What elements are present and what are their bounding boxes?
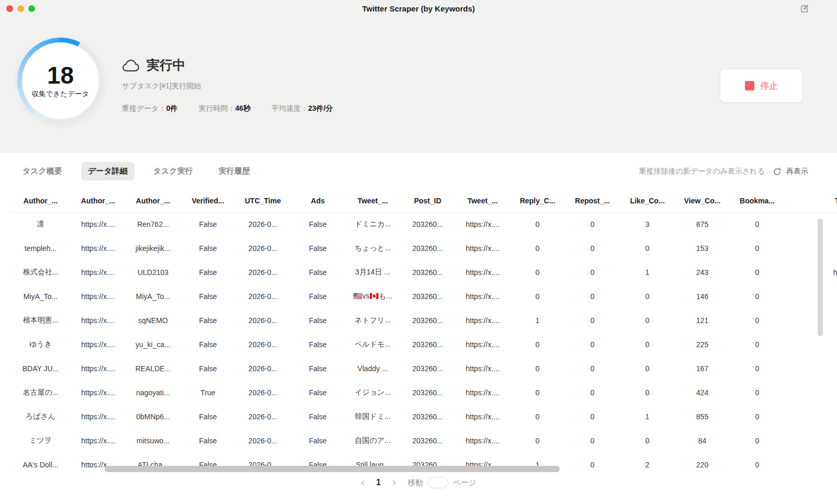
column-header: Tweet_...	[455, 189, 510, 212]
column-header: Tweet_...	[785, 189, 837, 212]
data-table: Author_...Author_...Author_...Verified..…	[10, 189, 837, 467]
table-cell: 203260...	[400, 453, 455, 467]
table-cell: ちょっと...	[345, 236, 400, 260]
table-cell: 203260...	[400, 284, 455, 308]
table-cell: https://x....	[71, 429, 126, 453]
table-cell: https://x....	[71, 260, 126, 284]
table-cell: 0	[565, 357, 620, 381]
table-cell: 0	[730, 333, 785, 357]
table-cell	[785, 284, 837, 308]
table-cell: 2026-0...	[235, 429, 290, 453]
table-cell: 0	[565, 212, 620, 236]
table-cell: https://x....	[455, 260, 510, 284]
table-cell: 203260...	[400, 212, 455, 236]
table-cell: Vladdy ...	[345, 357, 400, 381]
table-cell: yu_ki_ca...	[126, 333, 180, 357]
table-cell: False	[180, 429, 235, 453]
refresh-button[interactable]: 再表示	[773, 167, 808, 176]
column-header: Ads	[290, 189, 345, 212]
run-state-title: 実行中	[146, 56, 186, 74]
table-cell: False	[290, 236, 345, 260]
table-cell: REALDE...	[126, 357, 180, 381]
table-cell: 1	[620, 260, 675, 284]
table-cell: False	[180, 453, 235, 467]
table-cell: 203260...	[400, 405, 455, 429]
table-cell: 0	[565, 260, 620, 284]
stop-button[interactable]: 停止	[720, 70, 802, 102]
table-cell: https://x....	[455, 212, 510, 236]
table-cell	[785, 308, 837, 333]
table-cell: 203260...	[400, 357, 455, 381]
table-cell: BDAY JU...	[10, 357, 71, 381]
vertical-scrollbar[interactable]	[818, 219, 823, 336]
table-cell: 自国のア...	[345, 429, 400, 453]
table-cell: 424	[675, 381, 730, 405]
table-cell: 0	[620, 429, 675, 453]
horizontal-scrollbar[interactable]	[105, 466, 560, 472]
table-cell: ATLcha...	[126, 453, 180, 467]
refresh-icon	[773, 167, 782, 176]
table-cell: 0	[620, 381, 675, 405]
table-cell: 0	[565, 236, 620, 260]
table-cell: 0	[565, 453, 620, 467]
table-cell: 855	[675, 405, 730, 429]
table-cell: https://x....	[71, 453, 126, 467]
table-cell: False	[180, 333, 235, 357]
column-header: Verified...	[180, 189, 235, 212]
table-cell: False	[180, 212, 235, 236]
table-cell: 0	[510, 236, 565, 260]
tab-3[interactable]: 実行履歴	[212, 162, 257, 180]
tab-1[interactable]: データ詳細	[81, 162, 134, 180]
table-cell: templeh...	[10, 236, 71, 260]
tab-2[interactable]: タスク実行	[146, 162, 200, 180]
table-row: 名古屋の...https://x....nagoyati...True2026-…	[10, 381, 837, 405]
current-page-number[interactable]: 1	[376, 478, 381, 487]
table-cell: 0	[510, 429, 565, 453]
table-cell: MiyA_To...	[10, 284, 71, 308]
table-cell: 153	[675, 236, 730, 260]
table-cell: https://x....	[455, 333, 510, 357]
table-cell: 根本明憲...	[10, 308, 71, 333]
table-cell: jikejikejik...	[126, 236, 180, 260]
table-cell: 2026-0...	[235, 236, 290, 260]
goto-page-label: 移動	[408, 478, 423, 488]
table-cell: 2026-0...	[235, 453, 290, 467]
table-cell: 🇺🇸vs🇨🇦も...	[345, 284, 400, 308]
table-cell: 韓国ドミ...	[345, 405, 400, 429]
next-page-button[interactable]: ›	[392, 477, 396, 488]
column-header: Tweet_...	[345, 189, 400, 212]
table-cell: https://x....	[71, 333, 126, 357]
column-header: Repost_...	[565, 189, 620, 212]
table-cell: https://x....	[455, 405, 510, 429]
table-cell: MiyA_To...	[126, 284, 180, 308]
table-cell: False	[180, 405, 235, 429]
table-cell: nagoyati...	[126, 381, 180, 405]
table-row: templeh...https://x....jikejikejik...Fal…	[10, 236, 837, 260]
table-cell: ろばさん	[10, 405, 71, 429]
column-header: Author_...	[71, 189, 126, 212]
table-cell: ULD2103	[126, 260, 180, 284]
table-cell: 0	[730, 381, 785, 405]
progress-ring: 18 収集できたデータ	[17, 38, 104, 124]
table-cell: False	[290, 357, 345, 381]
table-cell: 0	[620, 308, 675, 333]
table-cell: 2026-0...	[235, 284, 290, 308]
column-header: Post_ID	[400, 189, 455, 212]
stop-icon	[745, 81, 754, 90]
progress-ring-inner: 18 収集できたデータ	[22, 42, 99, 119]
table-cell: 2026-0...	[235, 260, 290, 284]
table-cell: 0	[510, 212, 565, 236]
table-cell: 0	[565, 381, 620, 405]
table-cell: https://x....	[785, 260, 837, 284]
tab-0[interactable]: タスク概要	[16, 162, 69, 180]
table-cell: イジョン...	[345, 381, 400, 405]
cloud-icon	[122, 58, 140, 72]
edit-icon[interactable]	[799, 4, 810, 14]
page-number-input[interactable]	[427, 477, 448, 488]
table-cell: 203260...	[400, 308, 455, 333]
table-cell: 2026-0...	[235, 357, 290, 381]
prev-page-button[interactable]: ‹	[361, 477, 365, 488]
table-row: ゆうきhttps://x....yu_ki_ca...False2026-0..…	[10, 333, 837, 357]
stat-speed: 平均速度：23件/分	[272, 104, 333, 113]
table-cell: 84	[675, 429, 730, 453]
